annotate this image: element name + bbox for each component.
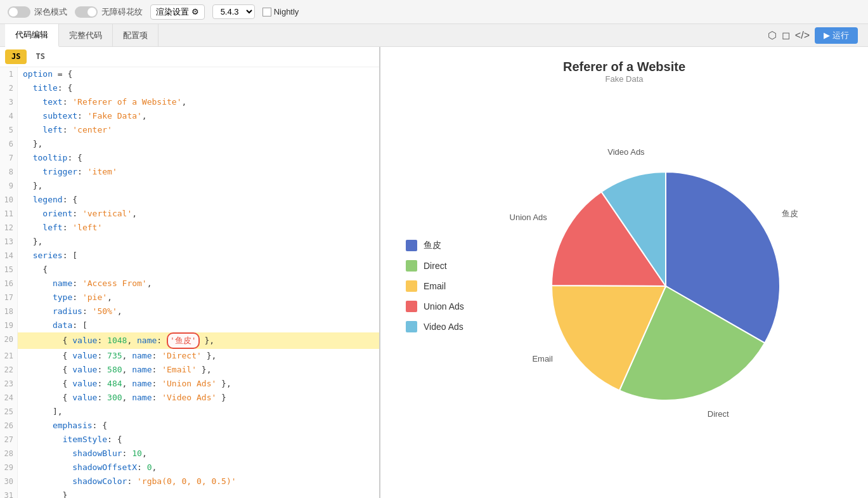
legend-color-email — [406, 280, 417, 292]
legend-label-yupi: 鱼皮 — [424, 240, 441, 251]
code-line-19: 19 data: [ — [0, 318, 379, 332]
legend-label-email: Email — [424, 281, 446, 291]
code-line-21: 21 { value: 735, name: 'Direct' }, — [0, 349, 379, 363]
code-line-6: 6 }, — [0, 137, 379, 151]
nightly-checkbox-group: Nightly — [262, 7, 299, 16]
code-line-12: 12 left: 'left' — [0, 221, 379, 235]
code-line-2: 2 title: { — [0, 81, 379, 95]
code-line-23: 23 { value: 484, name: 'Union Ads' }, — [0, 377, 379, 391]
legend-item-video-ads: Video Ads — [406, 321, 464, 332]
code-line-10: 10 legend: { — [0, 193, 379, 207]
code-line-29: 29 shadowOffsetX: 0, — [0, 461, 379, 475]
code-line-7: 7 tooltip: { — [0, 151, 379, 165]
tab-icons-group: ⬡ ◻ </> ▶ 运行 — [768, 27, 863, 44]
pie-label-direct: Direct — [708, 409, 729, 418]
code-line-31: 31 } — [0, 488, 379, 498]
pie-chart-svg: 鱼皮DirectEmailUnion AdsVideo Ads — [520, 140, 812, 432]
tab-code-edit[interactable]: 代码编辑 — [5, 24, 59, 47]
dark-mode-switch[interactable] — [8, 6, 30, 18]
toolbar: 深色模式 无障碍花纹 渲染设置 ⚙ 5.4.3 Nightly — [0, 0, 868, 24]
code-line-18: 18 radius: '50%', — [0, 305, 379, 318]
legend-item-yupi: 鱼皮 — [406, 240, 464, 251]
ts-pill[interactable]: TS — [29, 49, 51, 64]
dark-mode-toggle-group: 深色模式 — [8, 6, 67, 18]
code-line-16: 16 name: 'Access From', — [0, 277, 379, 291]
pie-label-video-ads: Video Ads — [608, 147, 645, 157]
chart-title: Referer of a Website — [399, 60, 849, 74]
code-line-30: 30 shadowColor: 'rgba(0, 0, 0, 0.5)' — [0, 475, 379, 488]
legend-label-direct: Direct — [424, 261, 447, 271]
tab-full-code[interactable]: 完整代码 — [59, 24, 113, 47]
code-line-1: 1 option = { — [0, 67, 379, 81]
code-line-22: 22 { value: 580, name: 'Email' }, — [0, 363, 379, 377]
legend-label-union-ads: Union Ads — [424, 301, 464, 311]
render-settings-button[interactable]: 渲染设置 ⚙ — [150, 4, 205, 20]
pie-chart-container: 鱼皮DirectEmailUnion AdsVideo Ads — [483, 140, 849, 432]
tab-config[interactable]: 配置项 — [113, 24, 159, 47]
dark-mode-label: 深色模式 — [34, 6, 67, 18]
code-line-4: 4 subtext: 'Fake Data', — [0, 109, 379, 123]
code-line-25: 25 ], — [0, 405, 379, 419]
code-line-5: 5 left: 'center' — [0, 123, 379, 137]
code-line-28: 28 shadowBlur: 10, — [0, 447, 379, 461]
chart-header: Referer of a Website Fake Data — [399, 60, 849, 84]
nightly-label: Nightly — [274, 7, 299, 16]
cobblestone-switch[interactable] — [75, 6, 98, 18]
main-content: JS TS 1 option = { 2 title: { 3 text: 'R… — [0, 47, 868, 498]
chart-legend: 鱼皮 Direct Email Union Ads Video Ads — [399, 240, 464, 332]
chart-body: 鱼皮 Direct Email Union Ads Video Ads — [399, 86, 849, 485]
legend-item-email: Email — [406, 280, 464, 292]
code-line-27: 27 itemStyle: { — [0, 433, 379, 447]
box-icon[interactable]: ◻ — [782, 29, 790, 41]
code-line-15: 15 { — [0, 263, 379, 277]
legend-color-union-ads — [406, 301, 417, 312]
version-select[interactable]: 5.4.3 — [212, 4, 255, 19]
legend-item-union-ads: Union Ads — [406, 301, 464, 312]
code-line-20: 20 { value: 1048, name: '鱼皮' }, — [0, 332, 379, 349]
cobblestone-toggle-group: 无障碍花纹 — [75, 6, 143, 18]
legend-color-yupi — [406, 240, 417, 251]
pie-label-union-ads: Union Ads — [510, 213, 548, 222]
tab-bar: 代码编辑 完整代码 配置项 ⬡ ◻ </> ▶ 运行 — [0, 24, 868, 47]
code-line-17: 17 type: 'pie', — [0, 291, 379, 305]
cobblestone-label: 无障碍花纹 — [101, 6, 143, 18]
chart-subtitle: Fake Data — [399, 74, 849, 84]
code-panel[interactable]: JS TS 1 option = { 2 title: { 3 text: 'R… — [0, 47, 380, 498]
nightly-checkbox[interactable] — [262, 8, 271, 16]
code-line-26: 26 emphasis: { — [0, 419, 379, 433]
code-line-14: 14 series: [ — [0, 249, 379, 263]
code-line-8: 8 trigger: 'item' — [0, 165, 379, 179]
run-button[interactable]: ▶ 运行 — [815, 27, 858, 44]
js-pill[interactable]: JS — [5, 49, 27, 64]
code-line-3: 3 text: 'Referer of a Website', — [0, 95, 379, 109]
chart-panel: Referer of a Website Fake Data 鱼皮 Direct… — [380, 47, 868, 498]
pie-label-鱼皮: 鱼皮 — [782, 208, 799, 218]
code-line-13: 13 }, — [0, 235, 379, 249]
code-icon[interactable]: </> — [795, 30, 810, 41]
pie-label-email: Email — [533, 354, 554, 364]
lang-bar: JS TS — [0, 47, 379, 67]
code-line-9: 9 }, — [0, 179, 379, 193]
code-line-11: 11 orient: 'vertical', — [0, 207, 379, 221]
code-line-24: 24 { value: 300, name: 'Video Ads' } — [0, 391, 379, 405]
legend-color-video-ads — [406, 321, 417, 332]
legend-item-direct: Direct — [406, 260, 464, 272]
cube-icon[interactable]: ⬡ — [768, 29, 777, 41]
legend-color-direct — [406, 260, 417, 272]
legend-label-video-ads: Video Ads — [424, 322, 463, 332]
